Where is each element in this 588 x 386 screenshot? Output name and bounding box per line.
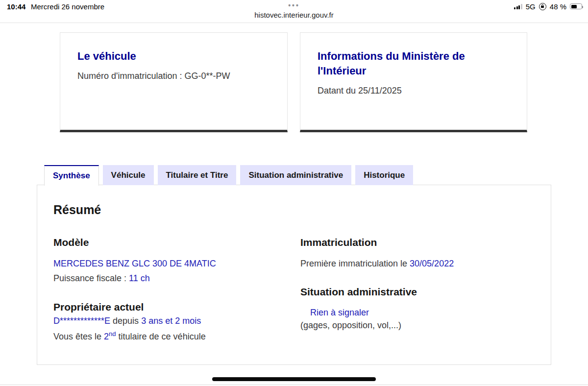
report-tabs: Synthèse Véhicule Titulaire et Titre Sit…: [44, 165, 413, 185]
ministry-card-title: Informations du Ministère de l'Intérieur: [318, 49, 474, 78]
registration-section-title: Immatriculation: [300, 236, 531, 249]
tab-synthese[interactable]: Synthèse: [44, 165, 99, 186]
owner-masked-name: D*************E: [53, 316, 110, 326]
first-registration-line: Première immatriculation le 30/05/2022: [300, 259, 531, 269]
status-icons: 5G 48 %: [514, 2, 582, 10]
fiscal-power-line: Puissance fiscale : 11 ch: [53, 273, 284, 284]
status-bar: 10:44 Mercredi 26 novembre ••• histovec.…: [0, 0, 588, 23]
tab-vehicule[interactable]: Véhicule: [103, 165, 154, 185]
panel-right-column: Immatriculation Première immatriculation…: [300, 236, 531, 331]
situation-status: Rien à signaler: [300, 308, 531, 318]
holder-rank-ordinal: nd: [109, 330, 116, 338]
cellular-signal-icon: [514, 4, 522, 9]
vehicle-card: Le véhicule Numéro d'immatriculation : G…: [60, 32, 288, 132]
owner-since-label: depuis: [110, 316, 141, 326]
report-date-line: Datant du 25/11/2025: [318, 86, 510, 96]
holder-rank: 2: [104, 332, 109, 341]
page-bottom-divider: [0, 385, 588, 385]
ministry-card: Informations du Ministère de l'Intérieur…: [300, 32, 527, 132]
model-name: MERCEDES BENZ GLC 300 DE 4MATIC: [53, 259, 284, 269]
ipad-safari-screen: 10:44 Mercredi 26 novembre ••• histovec.…: [0, 0, 588, 386]
registration-number-label: Numéro d'immatriculation :: [77, 71, 185, 81]
fiscal-power-label: Puissance fiscale :: [53, 273, 129, 283]
first-registration-value: 30/05/2022: [410, 259, 454, 268]
synthesis-panel: Résumé Modèle MERCEDES BENZ GLC 300 DE 4…: [37, 185, 551, 365]
holder-suffix: titulaire de ce véhicule: [116, 332, 206, 341]
fiscal-power-value: 11 ch: [129, 273, 150, 283]
panel-left-column: Modèle MERCEDES BENZ GLC 300 DE 4MATIC P…: [53, 236, 284, 342]
owner-line: D*************E depuis 3 ans et 2 mois: [53, 316, 284, 326]
situation-note: (gages, opposition, vol,...): [300, 320, 531, 331]
page-menu-button[interactable]: •••: [0, 1, 588, 9]
tab-titulaire-et-titre[interactable]: Titulaire et Titre: [158, 165, 237, 185]
tab-historique[interactable]: Historique: [355, 165, 413, 185]
vehicle-card-title: Le véhicule: [77, 49, 234, 64]
home-indicator[interactable]: [212, 377, 376, 381]
registration-number-line: Numéro d'immatriculation : GG-0**-PW: [77, 71, 270, 81]
registration-number-value: GG-0**-PW: [185, 71, 230, 81]
address-bar[interactable]: histovec.interieur.gouv.fr: [0, 11, 588, 19]
holder-rank-line: Vous êtes le 2nd titulaire de ce véhicul…: [53, 329, 284, 342]
report-date-value: 25/11/2025: [358, 86, 402, 96]
situation-section-title: Situation administrative: [300, 286, 531, 298]
owner-section-title: Propriétaire actuel: [53, 301, 284, 314]
battery-percent-label: 48 %: [550, 2, 566, 11]
battery-icon: [570, 3, 582, 9]
holder-prefix: Vous êtes le: [53, 332, 104, 341]
tab-situation-administrative[interactable]: Situation administrative: [240, 165, 351, 185]
panel-heading: Résumé: [53, 203, 101, 217]
chrome-divider: [0, 23, 588, 23]
model-section-title: Modèle: [53, 236, 284, 249]
owner-since-value: 3 ans et 2 mois: [141, 316, 201, 326]
first-registration-label: Première immatriculation le: [300, 259, 410, 268]
rotation-lock-icon: [539, 3, 546, 10]
network-type-label: 5G: [526, 2, 536, 11]
report-date-label: Datant du: [318, 86, 358, 96]
